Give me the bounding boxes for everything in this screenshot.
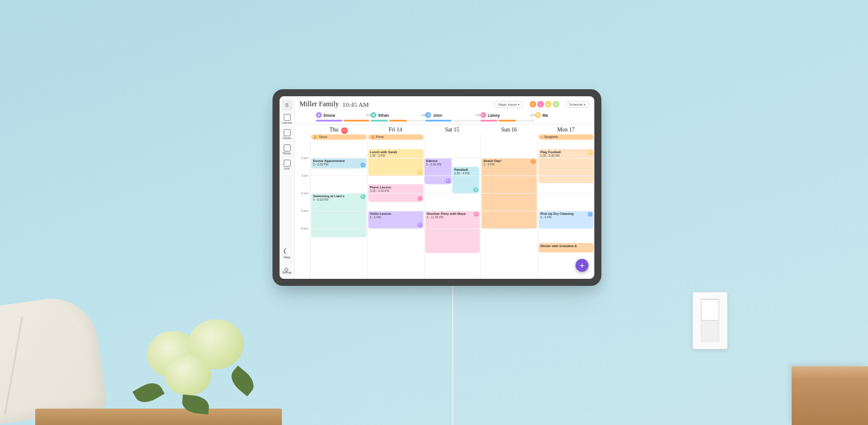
day-column[interactable]: Haircut2 - 3:30 PMEPaintball2:30 - 4 PME…	[424, 140, 481, 279]
light-switch	[692, 292, 728, 349]
pillow-prop	[0, 293, 107, 425]
day-column[interactable]: Lunch with Sarah1:30 - 3 PMMPiano Lesson…	[367, 140, 424, 279]
calendar-event[interactable]: Violin Lesson5 - 6 PME	[368, 211, 423, 228]
family-name: Miller Family	[300, 100, 339, 109]
hour-label: 6 pm	[301, 227, 308, 230]
hour-label: 5 pm	[301, 209, 308, 212]
people-row: EEmma2/2EEthan2/3JJohn1/2LLainey2/3MMa	[295, 111, 594, 124]
person[interactable]: EEthan2/3	[371, 112, 425, 122]
person[interactable]: JJohn1/2	[425, 112, 480, 122]
hour-label: 3 pm	[301, 174, 308, 177]
day-column[interactable]: Flag Football1:30 - 3:30 PMMPick Up Dry …	[537, 140, 594, 279]
gear-icon	[284, 264, 291, 271]
sidebar: S Calendar Chores Photos Lists Sleep Set…	[280, 96, 295, 279]
nav-chores[interactable]: Chores	[280, 129, 294, 140]
day-column[interactable]: Doctor Appointment2 - 2:30 PMJSwimming a…	[310, 140, 367, 279]
meal-chip[interactable]: 🌮Tacos	[311, 134, 366, 140]
calendar-event[interactable]: Pick Up Dry Cleaning5 - 6 PMJ	[539, 211, 594, 228]
calendar-event[interactable]: Swimming at Liam's4 - 6:30 PME	[311, 193, 366, 237]
magic-import-button[interactable]: Magic Import▾	[494, 101, 524, 108]
day-header[interactable]: Sun 16	[480, 124, 537, 134]
time-gutter: 2 pm3 pm4 pm5 pm6 pm	[295, 140, 310, 279]
schedule-button[interactable]: Schedule▾	[565, 101, 590, 108]
avatar[interactable]: L	[537, 101, 544, 107]
meal-chip[interactable]: Spaghetti	[539, 134, 594, 140]
person[interactable]: MMa	[535, 112, 590, 122]
avatar[interactable]: M	[553, 101, 559, 107]
calendar-event[interactable]: Dinner with Grandma &	[539, 243, 594, 252]
day-header[interactable]: Mon 17	[537, 124, 594, 134]
hour-label: 2 pm	[301, 156, 308, 160]
lists-icon	[284, 160, 291, 167]
brand-logo: S	[282, 100, 292, 110]
calendar-event[interactable]: Doctor Appointment2 - 2:30 PMJ	[311, 158, 366, 168]
calendar-event[interactable]: Haircut2 - 3:30 PME	[425, 158, 452, 184]
add-event-button[interactable]: +	[576, 259, 588, 272]
nav-calendar[interactable]: Calendar	[280, 114, 294, 124]
meal-row: 🌮Tacos🍕PizzaSpaghetti	[295, 134, 594, 140]
clock: 10:45 AM	[342, 101, 369, 108]
day-header[interactable]: Fri 14	[367, 124, 424, 134]
screen: S Calendar Chores Photos Lists Sleep Set…	[280, 96, 594, 279]
nav-photos[interactable]: Photos	[280, 144, 294, 155]
avatar[interactable]: F	[530, 101, 536, 107]
event-slots: Doctor Appointment2 - 2:30 PMJSwimming a…	[310, 140, 594, 279]
calendar-grid[interactable]: 2 pm3 pm4 pm5 pm6 pm Doctor Appointment2…	[295, 140, 594, 279]
day-column[interactable]: Beach Day!2 - 6 PMJ	[480, 140, 537, 279]
family-avatars: FLMM	[530, 101, 559, 107]
power-cord	[452, 286, 453, 425]
calendar-event[interactable]: Paintball2:30 - 4 PME	[452, 167, 479, 193]
avatar[interactable]: M	[545, 101, 551, 107]
chevron-down-icon: ▾	[518, 103, 520, 106]
person[interactable]: LLainey2/3	[480, 112, 535, 122]
nav-lists[interactable]: Lists	[280, 160, 294, 170]
main-area: Miller Family 10:45 AM Magic Import▾ FLM…	[295, 96, 594, 279]
person[interactable]: EEmma2/2	[316, 112, 371, 122]
moon-icon	[284, 248, 291, 255]
photos-icon	[284, 144, 291, 151]
chevron-down-icon: ▾	[584, 103, 586, 106]
day-header[interactable]: Sat 15	[424, 124, 481, 134]
flowers-prop	[129, 308, 258, 425]
day-header[interactable]: Thu 13	[310, 124, 367, 134]
nav-settings[interactable]: Settings	[280, 264, 294, 274]
meal-chip[interactable]: 🍕Pizza	[368, 134, 423, 140]
wall-tablet: S Calendar Chores Photos Lists Sleep Set…	[272, 89, 601, 286]
calendar-event[interactable]: Slumber Party with Maya5 - 11:59 PML	[425, 211, 480, 253]
calendar-event[interactable]: Flag Football1:30 - 3:30 PMM	[539, 149, 594, 183]
nav-sleep[interactable]: Sleep	[280, 248, 294, 259]
chores-icon	[284, 129, 291, 136]
calendar-event[interactable]: Lunch with Sarah1:30 - 3 PMM	[368, 149, 423, 176]
hour-label: 4 pm	[301, 191, 308, 195]
day-headers: Thu 13Fri 14Sat 15Sun 16Mon 17	[295, 124, 594, 134]
wood-furniture	[792, 366, 868, 425]
topbar: Miller Family 10:45 AM Magic Import▾ FLM…	[295, 96, 594, 111]
calendar-icon	[284, 114, 291, 121]
